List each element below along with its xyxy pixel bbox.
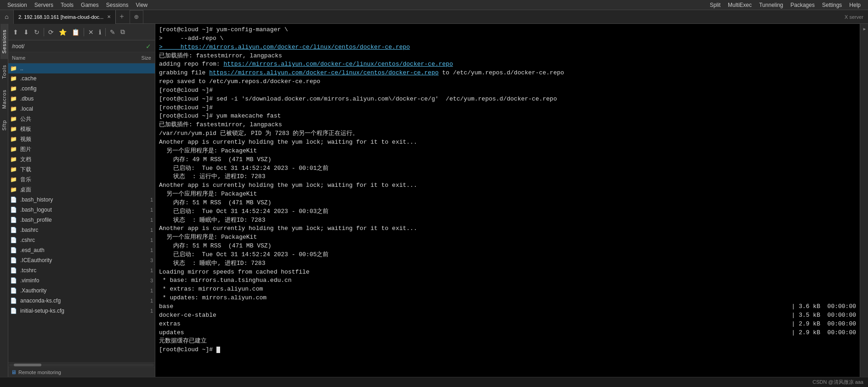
x-server-label: X server: [845, 14, 868, 20]
menu-split[interactable]: Split: [706, 1, 724, 9]
file-list-item[interactable]: 📄anaconda-ks.cfg1: [8, 296, 155, 306]
file-list-item[interactable]: 📁下载: [8, 164, 155, 174]
file-name-label: .local: [20, 106, 135, 112]
menu-packages[interactable]: Packages: [787, 1, 818, 9]
menu-bar: Session Servers Tools Games Sessions Vie…: [0, 0, 868, 10]
terminal-line: [root@cloud ~]#: [159, 86, 856, 95]
terminal-line: /var/run/yum.pid 已被锁定, PID 为 7283 的另一个程序…: [159, 129, 856, 138]
terminal-content[interactable]: [root@cloud ~]# yum-config-manager \> --…: [155, 24, 860, 377]
col-size-header: Size: [133, 55, 151, 61]
terminal-line: docker-ce-stable| 3.5 kB 00:00:00: [159, 311, 856, 320]
toolbar-btn-7[interactable]: ✕: [86, 28, 96, 37]
remote-monitoring-label[interactable]: Remote monitoring: [18, 370, 61, 375]
file-list-item[interactable]: 📄.bash_profile1: [8, 215, 155, 225]
menu-games[interactable]: Games: [77, 1, 102, 9]
file-list-item[interactable]: 📁桌面: [8, 185, 155, 195]
menu-session[interactable]: Session: [4, 1, 31, 9]
file-list-item[interactable]: 📁.local: [8, 104, 155, 114]
file-list-item[interactable]: 📄initial-setup-ks.cfg1: [8, 306, 155, 316]
file-size-label: 3: [135, 278, 153, 283]
file-list-item[interactable]: 📄.tcshrc1: [8, 265, 155, 275]
file-list-item[interactable]: 📁视频: [8, 134, 155, 144]
file-name-label: .ICEauthority: [20, 257, 135, 264]
toolbar-btn-9[interactable]: ✎: [108, 28, 117, 37]
sidebar-right-icon-1: ▶: [861, 24, 868, 34]
file-list-item[interactable]: 📄.ICEauthority3: [8, 255, 155, 265]
vtab-sessions[interactable]: Sessions: [0, 24, 8, 59]
toolbar-btn-10[interactable]: ⧉: [119, 27, 127, 37]
folder-icon: 📁: [10, 146, 18, 152]
file-list-item[interactable]: 📁文档: [8, 154, 155, 164]
file-list-item[interactable]: 📄.Xauthority1: [8, 286, 155, 296]
terminal-line: extras| 2.9 kB 00:00:00: [159, 320, 856, 329]
file-list-item[interactable]: 📁.cache: [8, 73, 155, 84]
progress-label: base: [159, 303, 173, 311]
file-list-item[interactable]: 📄.bash_history1: [8, 195, 155, 205]
terminal-line: 另一个应用程序是: PackageKit: [159, 233, 856, 242]
tab-extra-button[interactable]: ⊕: [130, 10, 143, 24]
menu-tunneling[interactable]: Tunneling: [755, 1, 787, 9]
file-list[interactable]: 📁..📁.cache📁.config📁.dbus📁.local📁公共📁模板📁视频…: [8, 63, 155, 362]
file-name-label: .Xauthority: [20, 287, 135, 294]
file-list-item[interactable]: 📄.viminfo3: [8, 275, 155, 286]
progress-label: extras: [159, 320, 181, 329]
tab-close-button[interactable]: ✕: [107, 14, 111, 19]
file-name-label: 桌面: [20, 186, 135, 194]
menu-servers[interactable]: Servers: [31, 1, 57, 9]
file-list-item[interactable]: 📁图片: [8, 144, 155, 154]
menu-sessions[interactable]: Sessions: [102, 1, 132, 9]
file-list-item[interactable]: 📄.esd_auth1: [8, 245, 155, 255]
tab-home[interactable]: ⌂: [0, 10, 14, 24]
file-icon: 📄: [10, 287, 18, 294]
toolbar-btn-4[interactable]: ⟳: [46, 28, 56, 37]
scrollbar-thumb[interactable]: [14, 364, 41, 366]
file-icon: 📄: [10, 257, 18, 264]
file-icon: 📄: [10, 267, 18, 274]
file-list-item[interactable]: 📁.config: [8, 84, 155, 94]
file-list-item[interactable]: 📄.bash_logout1: [8, 205, 155, 215]
file-list-item[interactable]: 📁公共: [8, 114, 155, 124]
scrollbar-track[interactable]: [9, 364, 154, 366]
file-list-item[interactable]: 📁音乐: [8, 174, 155, 185]
file-list-item[interactable]: 📁模板: [8, 124, 155, 134]
menu-settings[interactable]: Settings: [818, 1, 845, 9]
file-list-item[interactable]: 📁.dbus: [8, 94, 155, 104]
tab-active[interactable]: 2. 192.168.10.161 [heima-cloud-doc... ✕: [14, 10, 116, 24]
toolbar-btn-8[interactable]: ℹ: [97, 28, 103, 37]
terminal-line: 已启动: Tue Oct 31 14:52:24 2023 - 00:05之前: [159, 251, 856, 259]
file-name-label: .bashrc: [20, 227, 135, 233]
tab-new-button[interactable]: +: [116, 13, 128, 21]
tab-label: 2. 192.168.10.161 [heima-cloud-doc...: [18, 14, 103, 20]
file-size-label: 1: [135, 217, 153, 223]
terminal-line: repo saved to /etc/yum.repos.d/docker-ce…: [159, 78, 856, 86]
file-size-label: 1: [135, 308, 153, 314]
terminal-line: 已启动: Tue Oct 31 14:52:24 2023 - 00:03之前: [159, 208, 856, 216]
terminal-line: [root@cloud ~]# sed -i 's/download.docke…: [159, 95, 856, 104]
toolbar-btn-1[interactable]: ⬆: [11, 28, 20, 37]
menu-tools[interactable]: Tools: [57, 1, 77, 9]
file-size-label: 1: [135, 227, 153, 233]
folder-icon: 📁: [10, 75, 18, 82]
vtab-tools[interactable]: Tools: [0, 59, 8, 84]
file-list-item[interactable]: 📁..: [8, 63, 155, 73]
vtab-macros[interactable]: Macros: [0, 84, 8, 114]
menu-multiexec[interactable]: MultiExec: [724, 1, 755, 9]
file-list-item[interactable]: 📄.bashrc1: [8, 225, 155, 235]
vtab-sftp[interactable]: Sftp: [0, 114, 8, 136]
toolbar-btn-5[interactable]: ⭐: [57, 28, 68, 37]
breadcrumb-path: /root/: [12, 43, 24, 50]
toolbar-btn-2[interactable]: ⬇: [22, 28, 31, 37]
menu-view[interactable]: View: [132, 1, 151, 9]
terminal-line: 另一个应用程序是: PackageKit: [159, 190, 856, 199]
file-scrollbar[interactable]: [8, 362, 155, 367]
file-list-item[interactable]: 📄.cshrc1: [8, 235, 155, 245]
menu-help[interactable]: Help: [845, 1, 864, 9]
terminal-line: [root@cloud ~]#: [159, 346, 856, 354]
terminal-line: [root@cloud ~]#: [159, 104, 856, 112]
progress-label: updates: [159, 329, 184, 337]
toolbar-btn-3[interactable]: ↻: [32, 28, 41, 37]
file-size-label: 1: [135, 197, 153, 202]
terminal-area[interactable]: [root@cloud ~]# yum-config-manager \> --…: [155, 24, 860, 377]
toolbar-btn-6[interactable]: 📋: [70, 28, 81, 37]
file-icon: 📄: [10, 277, 18, 284]
